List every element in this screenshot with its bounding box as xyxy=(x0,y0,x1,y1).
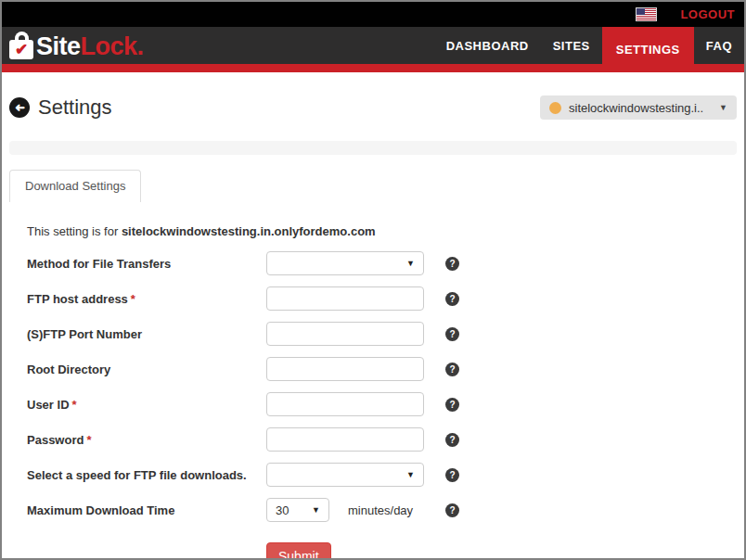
nav-item-settings[interactable]: SETTINGS xyxy=(602,27,694,72)
intro-text: This setting is for sitelockwindowstesti… xyxy=(27,224,744,238)
nav-item-faq[interactable]: FAQ xyxy=(694,27,744,64)
top-bar: LOGOUT xyxy=(2,2,744,27)
sitelock-logo[interactable]: ✔ SiteLock. xyxy=(9,32,144,59)
field-controls xyxy=(266,286,445,311)
us-flag-icon[interactable] xyxy=(637,8,656,20)
field-controls: 30▼minutes/day xyxy=(266,498,445,522)
form-row: (S)FTP Port Number? xyxy=(27,322,459,346)
chevron-down-icon: ▼ xyxy=(714,103,727,112)
field-label-root-directory: Root Directory xyxy=(27,363,266,376)
field-controls xyxy=(266,392,445,416)
ftp-host-address-input[interactable] xyxy=(266,286,424,311)
divider-strip xyxy=(9,141,737,155)
intro-domain: sitelockwindowstesting.in.onlyfordemo.co… xyxy=(122,224,376,238)
field-controls: ▼ xyxy=(266,463,445,487)
back-arrow-icon: ➜ xyxy=(15,102,25,114)
required-marker: * xyxy=(72,398,77,412)
help-icon[interactable]: ? xyxy=(445,363,459,376)
required-marker: * xyxy=(86,433,91,447)
page-header: ➜ Settings sitelockwindowstesting.i.. ▼ xyxy=(9,95,737,121)
form-row: Root Directory? xyxy=(27,357,459,381)
s-ftp-port-number-input[interactable] xyxy=(266,322,424,346)
form-row: Select a speed for FTP file downloads.▼? xyxy=(27,463,459,487)
form-row: FTP host address*? xyxy=(27,286,459,311)
field-label-password: Password* xyxy=(27,433,266,447)
select-a-speed-for-ftp-file-downloads-select[interactable]: ▼ xyxy=(266,463,424,487)
field-label-maximum-download-time: Maximum Download Time xyxy=(27,503,266,517)
site-selector-label: sitelockwindowstesting.i.. xyxy=(569,101,703,115)
check-icon: ✔ xyxy=(15,42,28,57)
submit-button[interactable]: Submit xyxy=(266,542,331,560)
page-title: Settings xyxy=(38,95,112,120)
field-label-s-ftp-port-number: (S)FTP Port Number xyxy=(27,327,266,341)
help-icon[interactable]: ? xyxy=(445,398,459,412)
tab-row: Download Settings xyxy=(9,170,744,202)
field-controls xyxy=(266,427,445,452)
lock-body: ✔ xyxy=(9,40,33,59)
flag-canton xyxy=(637,8,645,15)
help-icon[interactable]: ? xyxy=(445,468,459,482)
root-directory-input[interactable] xyxy=(266,357,424,381)
chevron-down-icon: ▼ xyxy=(312,505,320,515)
field-label-user-id: User ID* xyxy=(27,398,266,412)
help-icon[interactable]: ? xyxy=(445,327,459,341)
chevron-down-icon: ▼ xyxy=(406,259,415,268)
field-controls xyxy=(266,357,445,381)
form-row: Method for File Transfers▼? xyxy=(27,251,459,275)
field-suffix: minutes/day xyxy=(348,503,413,517)
field-label-select-a-speed-for-ftp-file-downloads: Select a speed for FTP file downloads. xyxy=(27,468,266,482)
form-fields: Method for File Transfers▼?FTP host addr… xyxy=(27,251,744,522)
field-label-ftp-host-address: FTP host address* xyxy=(27,292,266,306)
chevron-down-icon: ▼ xyxy=(406,470,415,479)
help-icon[interactable]: ? xyxy=(445,292,459,306)
help-icon[interactable]: ? xyxy=(445,503,459,517)
field-controls xyxy=(266,322,445,346)
user-id-input[interactable] xyxy=(266,392,424,416)
nav-item-dashboard[interactable]: DASHBOARD xyxy=(434,27,541,64)
password-input[interactable] xyxy=(266,427,424,452)
site-status-dot-icon xyxy=(549,102,561,114)
lock-icon: ✔ xyxy=(9,32,33,59)
site-selector-dropdown[interactable]: sitelockwindowstesting.i.. ▼ xyxy=(540,95,737,120)
field-controls: ▼ xyxy=(266,251,445,275)
method-for-file-transfers-select[interactable]: ▼ xyxy=(266,251,424,275)
main-navbar: ✔ SiteLock. DASHBOARD SITES SETTINGS FAQ xyxy=(2,27,744,64)
logout-link[interactable]: LOGOUT xyxy=(680,7,735,21)
brand-text: SiteLock. xyxy=(36,34,144,59)
required-marker: * xyxy=(131,292,135,306)
nav-items: DASHBOARD SITES SETTINGS FAQ xyxy=(434,27,744,64)
select-value: 30 xyxy=(276,503,289,517)
field-label-method-for-file-transfers: Method for File Transfers xyxy=(27,257,266,271)
nav-item-sites[interactable]: SITES xyxy=(541,27,602,64)
help-icon[interactable]: ? xyxy=(445,433,459,447)
form-row: Password*? xyxy=(27,427,459,452)
form-row: Maximum Download Time30▼minutes/day? xyxy=(27,498,459,522)
download-settings-form: This setting is for sitelockwindowstesti… xyxy=(2,224,744,560)
maximum-download-time-select[interactable]: 30▼ xyxy=(266,498,329,522)
back-button[interactable]: ➜ xyxy=(9,97,30,118)
form-row: User ID*? xyxy=(27,392,459,416)
help-icon[interactable]: ? xyxy=(445,257,459,271)
tab-download-settings[interactable]: Download Settings xyxy=(9,170,141,202)
